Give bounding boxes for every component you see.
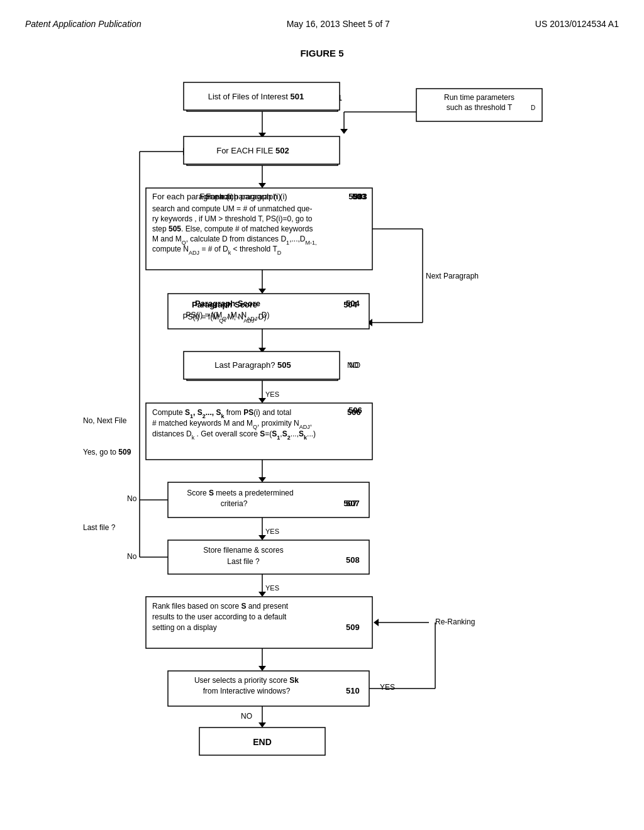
svg-text:Store filename & scores: Store filename & scores bbox=[203, 546, 283, 555]
svg-text:508: 508 bbox=[346, 555, 360, 565]
header-right: US 2013/0124534 A1 bbox=[535, 19, 619, 29]
svg-text:ry keywords , if UM > threshol: ry keywords , if UM > threshold T, PS(i)… bbox=[152, 214, 313, 223]
page: Patent Application Publication May 16, 2… bbox=[0, 0, 644, 830]
svg-marker-65 bbox=[258, 477, 266, 482]
svg-text:No: No bbox=[127, 552, 137, 561]
svg-text:such as threshold T: such as threshold T bbox=[447, 103, 513, 112]
svg-text:No, Next File: No, Next File bbox=[83, 416, 127, 425]
svg-text:Score S meets a predetermined: Score S meets a predetermined bbox=[187, 489, 293, 497]
svg-text:List of Files of Interest  501: List of Files of Interest 501 bbox=[208, 92, 304, 101]
svg-marker-56 bbox=[258, 398, 266, 403]
svg-marker-73 bbox=[258, 535, 266, 540]
svg-text:No: No bbox=[127, 494, 137, 503]
page-header: Patent Application Publication May 16, 2… bbox=[25, 19, 619, 29]
svg-text:503: 503 bbox=[353, 192, 367, 201]
svg-text:Yes, go to 509: Yes, go to 509 bbox=[83, 448, 131, 456]
svg-marker-110 bbox=[258, 722, 266, 728]
svg-text:Next Paragraph: Next Paragraph bbox=[426, 272, 479, 280]
figure-title: FIGURE 5 bbox=[25, 48, 619, 58]
svg-text:YES: YES bbox=[265, 390, 279, 398]
svg-text:END: END bbox=[253, 737, 272, 747]
svg-rect-66 bbox=[168, 482, 369, 517]
svg-text:Last Paragraph?  505: Last Paragraph? 505 bbox=[214, 360, 291, 370]
svg-marker-12 bbox=[340, 129, 348, 134]
svg-marker-89 bbox=[258, 592, 266, 597]
svg-text:User selects  a  priority scor: User selects a priority score Sk bbox=[194, 676, 299, 685]
svg-text:Re-Ranking: Re-Ranking bbox=[435, 617, 475, 626]
svg-text:510: 510 bbox=[346, 686, 360, 695]
svg-text:Run time parameters: Run time parameters bbox=[444, 93, 514, 102]
svg-text:For EACH FILE  502: For EACH FILE 502 bbox=[216, 146, 289, 155]
svg-text:NO: NO bbox=[241, 712, 252, 721]
svg-text:For each paragraph (i): For each paragraph (i) bbox=[152, 192, 233, 201]
svg-text:setting  on a display: setting on a display bbox=[152, 623, 217, 632]
svg-text:Last file ?: Last file ? bbox=[227, 557, 260, 566]
svg-marker-100 bbox=[258, 666, 266, 671]
svg-marker-98 bbox=[374, 619, 379, 626]
svg-marker-22 bbox=[258, 183, 266, 188]
header-left: Patent Application Publication bbox=[25, 19, 142, 29]
svg-text:criteria?: criteria? bbox=[221, 499, 248, 508]
svg-text:507: 507 bbox=[346, 499, 360, 508]
svg-text:504: 504 bbox=[346, 299, 360, 308]
svg-text:Rank files based on score S an: Rank files based on score S and present bbox=[152, 602, 289, 611]
svg-text:Last file ?: Last file ? bbox=[83, 523, 116, 532]
header-center: May 16, 2013 Sheet 5 of 7 bbox=[287, 19, 390, 29]
svg-text:results to the user according : results to the user according to a defau… bbox=[152, 612, 287, 621]
svg-text:step 505. Else, compute # of m: step 505. Else, compute # of matched key… bbox=[152, 224, 313, 233]
svg-text:Paragraph Score: Paragraph Score bbox=[195, 299, 260, 308]
svg-text:NO: NO bbox=[349, 361, 360, 370]
flowchart-diagram: List of Files of Interest 501 List of Fi… bbox=[64, 77, 580, 800]
svg-text:search and compute UM = # of u: search and compute UM = # of unmatched q… bbox=[152, 204, 312, 213]
svg-text:YES: YES bbox=[265, 528, 279, 535]
svg-text:YES: YES bbox=[265, 584, 279, 592]
svg-text:509: 509 bbox=[346, 622, 360, 632]
svg-marker-41 bbox=[258, 289, 266, 294]
svg-text:D: D bbox=[531, 104, 535, 111]
svg-text:from Interactive windows?: from Interactive windows? bbox=[203, 687, 291, 695]
svg-text:YES: YES bbox=[380, 683, 395, 692]
svg-text:506: 506 bbox=[348, 406, 362, 415]
